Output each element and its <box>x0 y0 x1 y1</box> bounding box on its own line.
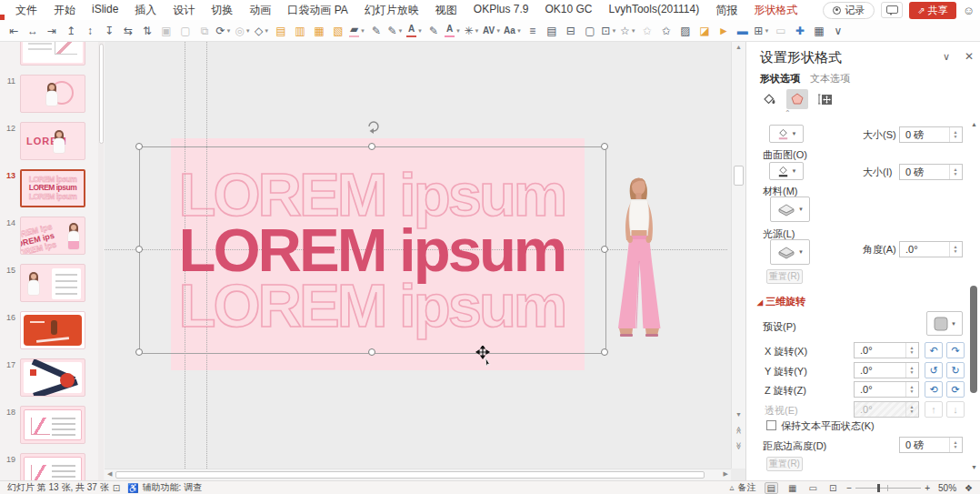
size-i-input[interactable]: 0 磅▲▼ <box>899 164 963 180</box>
slide-thumbnail-13[interactable]: LOREM ipsumLOREM ipsumLOREM ipsum <box>20 169 85 207</box>
normal-view-icon[interactable]: ▤ <box>765 482 778 494</box>
selection-tool-icon[interactable]: ► <box>715 22 733 40</box>
menu-tab-简报[interactable]: 简报 <box>707 3 745 18</box>
character-spacing-icon[interactable]: AV▼ <box>482 22 502 40</box>
line-spacing-icon[interactable]: ≡ <box>524 22 542 40</box>
slide-canvas[interactable]: LOREM ipsum LOREM ipsum LOREM ipsum <box>105 42 745 480</box>
slide-thumbnail-15[interactable] <box>20 264 85 302</box>
fit-to-window-icon[interactable]: ❖ <box>965 483 973 493</box>
rotate-z-ccw-icon[interactable]: ⟲ <box>925 381 943 398</box>
contour-color-dropdown[interactable]: ▼ <box>769 162 804 180</box>
slide-thumbnail-16[interactable] <box>20 311 85 349</box>
zoom-slider-handle[interactable] <box>877 484 880 492</box>
format-background-icon[interactable]: ◪ <box>695 22 714 40</box>
notes-toggle[interactable]: ▵备注 <box>726 481 756 494</box>
selection-handle-w[interactable] <box>135 246 143 253</box>
horizontal-scroll-thumb[interactable] <box>115 471 705 479</box>
align-objects-right-icon[interactable]: ⇥ <box>43 22 61 40</box>
vertical-scroll-thumb[interactable] <box>734 166 744 186</box>
reset-rotation-button[interactable]: 重置(R) <box>766 457 803 471</box>
slide-sorter-view-icon[interactable]: ▦ <box>786 483 798 493</box>
send-to-back-icon[interactable]: ▥ <box>291 22 309 40</box>
zoom-slider[interactable]: − + <box>846 483 930 493</box>
menu-tab-设计[interactable]: 设计 <box>165 3 203 18</box>
menu-tab-视图[interactable]: 视图 <box>427 3 465 18</box>
effects-icon[interactable] <box>786 89 808 109</box>
menu-tab-切换[interactable]: 切换 <box>203 3 241 18</box>
scroll-left-icon[interactable]: ◀ <box>107 470 112 478</box>
tab-text-options[interactable]: 文本选项 <box>810 72 850 86</box>
menu-tab-口袋动画 PA[interactable]: 口袋动画 PA <box>279 3 355 18</box>
scroll-down-icon[interactable]: ▼ <box>732 411 745 418</box>
slide-thumbnail-12[interactable]: LOREM <box>20 122 85 160</box>
selection-handle-sw[interactable] <box>135 348 143 356</box>
preset-dropdown[interactable]: ▼ <box>926 311 963 336</box>
slide-thumbnail-19[interactable] <box>20 453 85 480</box>
angle-input[interactable]: .0°▲▼ <box>899 241 963 257</box>
next-slide-icon[interactable]: ≪ <box>732 442 745 450</box>
panel-scroll-down-icon[interactable]: ▼ <box>971 464 977 470</box>
menu-tab-OKPlus 7.9[interactable]: OKPlus 7.9 <box>465 3 537 18</box>
smart-align-icon[interactable]: ⊟ <box>562 22 580 40</box>
zoom-in-icon[interactable]: + <box>925 483 930 493</box>
previous-slide-icon[interactable]: ≪ <box>732 426 745 434</box>
move-tool-icon[interactable]: ✚ <box>791 22 809 40</box>
picture-border-icon[interactable]: ⊡▼ <box>600 22 618 40</box>
slide-layout-icon[interactable]: ⊞▼ <box>753 22 771 40</box>
distribute-horizontally-icon[interactable]: ⇆ <box>119 22 137 40</box>
rotation-z-input[interactable]: .0°▲▼ <box>854 381 919 398</box>
text-effects-icon[interactable]: ✳▼ <box>463 22 481 40</box>
rotation-y-input[interactable]: .0°▲▼ <box>854 362 919 378</box>
bring-to-front-icon[interactable]: ▤ <box>272 22 290 40</box>
share-button[interactable]: ⇗ 共享 <box>909 2 955 19</box>
more-tools-icon[interactable]: ∨ <box>829 22 847 40</box>
canvas-horizontal-scrollbar[interactable]: ◀ ▶ <box>105 469 731 480</box>
menu-tab-形状格式[interactable]: 形状格式 <box>745 3 805 18</box>
accessibility-icon[interactable]: ♿ <box>127 483 138 493</box>
menu-tab-开始[interactable]: 开始 <box>45 3 84 18</box>
slide-thumbnail-14[interactable]: OREM ipsOREM ipsOREM ips <box>20 217 85 255</box>
rotate-z-cw-icon[interactable]: ⟳ <box>946 381 965 398</box>
shape-fill-icon[interactable]: ▰▼ <box>348 22 366 40</box>
selection-handle-e[interactable] <box>601 246 608 253</box>
menu-tab-动画[interactable]: 动画 <box>241 3 279 18</box>
selection-handle-ne[interactable] <box>601 143 608 150</box>
send-backward-icon[interactable]: ▧ <box>329 22 347 40</box>
model-photo[interactable] <box>605 175 673 347</box>
rotation-x-input[interactable]: .0°▲▼ <box>854 342 919 358</box>
insert-icons-icon[interactable]: ☆▼ <box>619 22 637 40</box>
text-highlight-icon[interactable]: A▼ <box>444 22 462 40</box>
menu-tab-幻灯片放映[interactable]: 幻灯片放映 <box>356 3 427 18</box>
shape-outline-icon[interactable]: ✎▼ <box>386 22 405 40</box>
accessibility-status[interactable]: 辅助功能: 调查 <box>143 481 203 494</box>
comment-icon[interactable] <box>881 2 903 18</box>
menu-tab-文件[interactable]: 文件 <box>7 3 45 18</box>
display-settings-icon[interactable]: ⊡ <box>113 483 120 493</box>
rotation-section-header[interactable]: ◢三维旋转 <box>757 295 805 308</box>
rotate-y-down-icon[interactable]: ↻ <box>946 362 965 378</box>
material-dropdown[interactable]: ▼ <box>770 197 810 222</box>
align-objects-center-icon[interactable]: ↔ <box>24 22 42 40</box>
panel-scroll-thumb[interactable] <box>970 286 977 393</box>
tab-shape-options[interactable]: 形状选项 <box>760 72 800 86</box>
crop-icon[interactable]: ▢ <box>581 22 599 40</box>
rotate-x-left-icon[interactable]: ↶ <box>925 342 943 358</box>
lighting-dropdown[interactable]: ▼ <box>770 239 810 265</box>
format-painter-icon[interactable]: ✎ <box>425 22 443 40</box>
align-objects-top-icon[interactable]: ↥ <box>62 22 80 40</box>
align-objects-bottom-icon[interactable]: ↧ <box>100 22 118 40</box>
panel-collapse-icon[interactable]: ∨ <box>943 51 950 63</box>
menu-tab-LvyhTools(201114)[interactable]: LvyhTools(201114) <box>601 3 708 18</box>
text-box-icon[interactable]: ▬ <box>734 22 752 40</box>
align-objects-middle-icon[interactable]: ↕ <box>81 22 99 40</box>
menu-tab-插入[interactable]: 插入 <box>126 3 165 18</box>
keep-text-flat-checkbox[interactable] <box>766 420 776 430</box>
bring-forward-icon[interactable]: ▦ <box>310 22 328 40</box>
panel-scroll-up-icon[interactable]: ▲ <box>971 121 977 127</box>
feedback-smiley-icon[interactable]: ☺ <box>963 4 975 17</box>
distribute-vertically-icon[interactable]: ⇅ <box>138 22 156 40</box>
screenshot-icon[interactable]: ▨ <box>676 22 695 40</box>
depth-color-dropdown[interactable]: ▼ <box>769 125 804 143</box>
selection-handle-se[interactable] <box>601 348 608 356</box>
size-properties-icon[interactable] <box>815 89 836 109</box>
